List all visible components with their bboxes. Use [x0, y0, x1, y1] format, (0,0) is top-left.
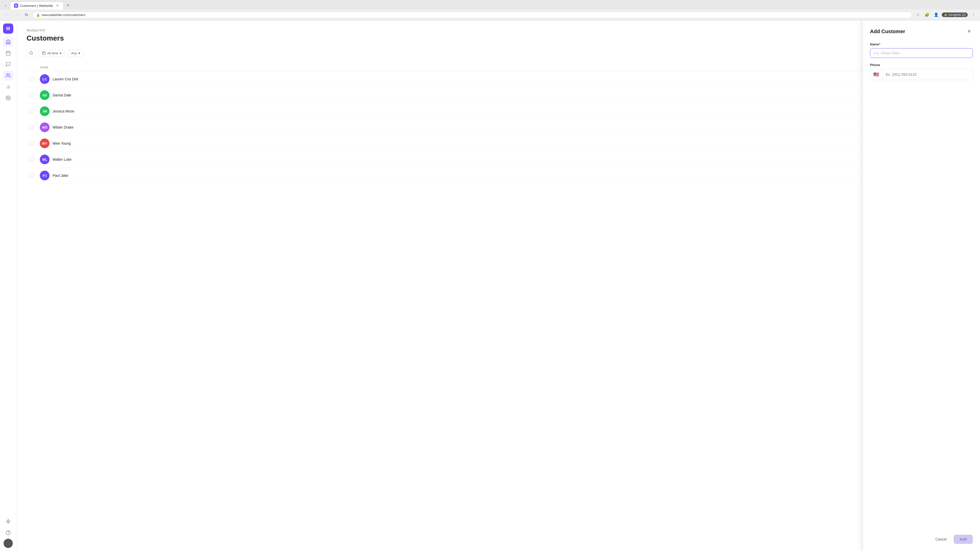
- customer-avatar: JM: [40, 106, 49, 116]
- svg-point-8: [7, 97, 9, 99]
- panel-header: Add Customer ✕: [870, 27, 973, 35]
- add-button[interactable]: Add: [954, 535, 973, 544]
- sidebar-item-calendar[interactable]: [3, 48, 13, 58]
- row-checkbox[interactable]: [30, 109, 34, 113]
- phone-flag-btn[interactable]: 🇺🇸: [870, 69, 882, 80]
- tab-close-btn[interactable]: ✕: [55, 3, 60, 8]
- back-btn[interactable]: ←: [3, 11, 11, 19]
- table-row[interactable]: PJ Paul Jake 1 Completed: [27, 168, 970, 184]
- table-header: NAME VISITS STATE: [27, 64, 970, 71]
- url-display: new.waitwhile.com/customers: [41, 13, 85, 17]
- panel-close-btn[interactable]: ✕: [965, 27, 973, 35]
- panel-footer: Cancel Add: [870, 535, 973, 544]
- forward-btn[interactable]: →: [13, 11, 21, 19]
- refresh-btn[interactable]: ↻: [22, 11, 30, 19]
- table-row[interactable]: WL Walter Luke 1 Completed: [27, 151, 970, 168]
- profile-btn[interactable]: 👤: [932, 11, 940, 18]
- cancel-button[interactable]: Cancel: [931, 535, 951, 544]
- customer-name-cell: LC Lauren Cris Deli: [40, 74, 890, 84]
- add-customer-panel: Add Customer ✕ Name* Phone 🇺🇸: [862, 21, 980, 551]
- time-filter-btn[interactable]: All time ▾: [39, 49, 65, 57]
- row-checkbox-cell: [30, 93, 40, 97]
- customer-name: Sarina Dale: [52, 93, 71, 97]
- sidebar-logo: M: [3, 24, 13, 34]
- toolbar: All time ▾ Any ▾: [27, 48, 970, 58]
- address-bar[interactable]: 🔒 new.waitwhile.com/customers: [32, 11, 912, 18]
- customer-name-cell: PJ Paul Jake: [40, 171, 890, 180]
- time-filter-label: All time: [47, 51, 58, 55]
- table-row[interactable]: WY Wee Young 1 Serving: [27, 135, 970, 151]
- row-checkbox[interactable]: [30, 141, 34, 145]
- search-button[interactable]: [27, 48, 36, 58]
- sidebar-item-settings[interactable]: [3, 93, 13, 103]
- page-title: Customers: [27, 34, 970, 42]
- browser-chrome: ‹ M Customers | Waitwhile ✕ + ← → ↻ 🔒 ne…: [0, 0, 980, 21]
- menu-btn[interactable]: ⋮: [970, 11, 977, 18]
- row-checkbox-cell: [30, 109, 40, 113]
- row-checkbox-cell: [30, 141, 40, 145]
- main-content: Moodjoy7434 Customers All time ▾ Any ▾ N…: [16, 21, 980, 551]
- header-name: NAME: [40, 66, 890, 69]
- name-label: Name*: [870, 42, 973, 46]
- customer-name: Wlater Drake: [52, 125, 73, 129]
- time-filter-chevron: ▾: [60, 51, 62, 55]
- app-container: M Moodjoy7434 Customers: [0, 21, 980, 551]
- user-avatar[interactable]: [3, 539, 13, 548]
- any-filter-label: Any: [71, 51, 77, 55]
- sidebar-item-analytics[interactable]: [3, 82, 13, 92]
- sidebar-item-customers[interactable]: [3, 70, 13, 81]
- customer-avatar: PJ: [40, 171, 49, 180]
- table-row[interactable]: JM Jessica Moon 1 Waitlist: [27, 103, 970, 119]
- extensions-btn[interactable]: 🧩: [923, 11, 931, 18]
- phone-label: Phone: [870, 63, 973, 67]
- customer-name: Lauren Cris Deli: [52, 77, 78, 81]
- any-filter-btn[interactable]: Any ▾: [68, 49, 83, 57]
- tab-favicon: M: [14, 3, 18, 8]
- row-checkbox-cell: [30, 77, 40, 81]
- nav-bar: ← → ↻ 🔒 new.waitwhile.com/customers ☆ 🧩 …: [0, 10, 980, 20]
- active-tab[interactable]: M Customers | Waitwhile ✕: [10, 2, 64, 10]
- customer-name: Paul Jake: [52, 173, 68, 178]
- any-filter-chevron: ▾: [78, 51, 80, 55]
- customer-avatar: WY: [40, 138, 49, 148]
- phone-input[interactable]: [882, 70, 973, 79]
- sidebar-item-home[interactable]: [3, 37, 13, 47]
- customer-name-cell: SD Sarina Dale: [40, 90, 890, 100]
- row-checkbox[interactable]: [30, 77, 34, 81]
- svg-point-4: [6, 74, 8, 76]
- customer-name: Wee Young: [52, 141, 71, 145]
- name-input[interactable]: [870, 48, 973, 58]
- new-tab-btn[interactable]: +: [65, 2, 72, 9]
- row-checkbox[interactable]: [30, 125, 34, 129]
- sidebar: M: [0, 21, 16, 551]
- svg-rect-0: [6, 51, 10, 55]
- customer-name: Walter Luke: [52, 157, 72, 162]
- customer-avatar: LC: [40, 74, 49, 84]
- row-checkbox[interactable]: [30, 157, 34, 162]
- row-checkbox[interactable]: [30, 173, 34, 178]
- workspace-label: Moodjoy7434: [27, 29, 970, 32]
- customer-name-cell: JM Jessica Moon: [40, 106, 890, 116]
- header-checkbox: [30, 66, 40, 69]
- customer-name: Jessica Moon: [52, 109, 75, 113]
- tab-bar: ‹ M Customers | Waitwhile ✕ +: [0, 0, 980, 10]
- table-row[interactable]: LC Lauren Cris Deli 2 Waitlist: [27, 71, 970, 87]
- customers-table: NAME VISITS STATE LC Lauren Cris Deli 2 …: [27, 64, 970, 184]
- table-body: LC Lauren Cris Deli 2 Waitlist SD Sarina…: [27, 71, 970, 184]
- incognito-badge: 🕵 Incognito (2): [942, 13, 968, 17]
- bookmark-btn[interactable]: ☆: [914, 11, 921, 18]
- customer-name-cell: WD Wlater Drake: [40, 122, 890, 132]
- row-checkbox-cell: [30, 157, 40, 162]
- sidebar-item-integrations[interactable]: [3, 516, 13, 527]
- tab-title: Customers | Waitwhile: [20, 4, 53, 8]
- phone-input-group: 🇺🇸: [870, 69, 973, 80]
- svg-rect-14: [43, 52, 45, 55]
- nav-actions: ☆ 🧩 👤 🕵 Incognito (2) ⋮: [914, 11, 977, 18]
- table-row[interactable]: SD Sarina Dale 1 Waitlist: [27, 87, 970, 103]
- row-checkbox-cell: [30, 125, 40, 129]
- sidebar-item-chat[interactable]: [3, 59, 13, 69]
- table-row[interactable]: WD Wlater Drake 1 Completed: [27, 119, 970, 135]
- row-checkbox[interactable]: [30, 93, 34, 97]
- sidebar-item-help[interactable]: [3, 527, 13, 538]
- tab-prev-btn[interactable]: ‹: [2, 2, 9, 9]
